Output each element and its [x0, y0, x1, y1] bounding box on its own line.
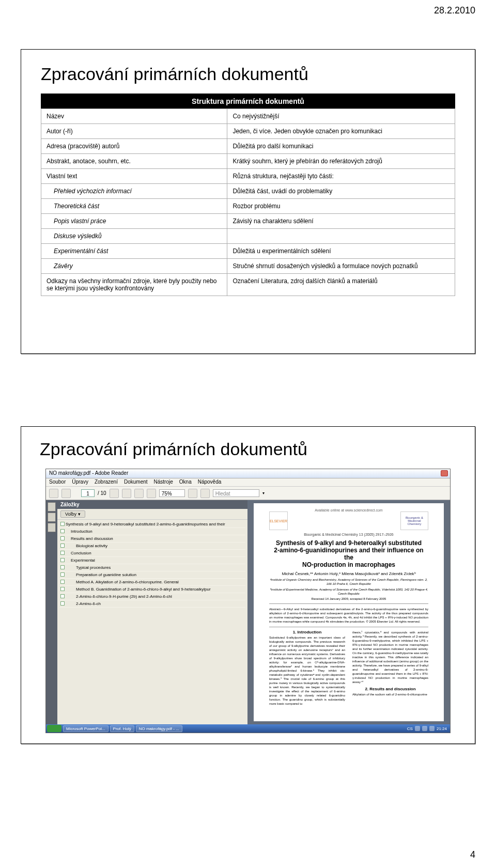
bookmark-item[interactable]: 2-Amino-6-ch [59, 600, 245, 608]
print-icon[interactable] [49, 489, 58, 498]
bookmark-item[interactable]: 2-Amino-6-chloro-9-H-purine (2b) and 2-A… [59, 593, 245, 600]
table-row-value: Důležitá část, uvádí do problematiky [227, 184, 455, 199]
search-input[interactable]: Hledat [213, 489, 259, 497]
clock[interactable]: 21:24 [437, 726, 447, 731]
menu-item[interactable]: Úpravy [72, 479, 88, 486]
table-header: Struktura primárních dokumentů [41, 94, 455, 109]
menu-item[interactable]: Dokument [124, 479, 148, 486]
slide-2: Zpracování primárních dokumentů NO makro… [21, 426, 475, 744]
window-title: NO makrofágy.pdf - Adobe Reader [49, 470, 128, 476]
menu-item[interactable]: Okna [179, 479, 192, 486]
system-tray: CS 21:24 [407, 726, 449, 731]
tray-icon[interactable] [415, 726, 420, 731]
pdf-reader-window: NO makrofágy.pdf - Adobe Reader SouborÚp… [45, 469, 451, 733]
lang-indicator[interactable]: CS [407, 726, 413, 731]
table-row-label: Název [41, 109, 227, 124]
bookmark-item[interactable]: Conclusion [59, 550, 245, 557]
table-row-label: Přehled výchozích informací [41, 184, 227, 199]
pdf-page: Available online at www.sciencedirect.co… [254, 503, 444, 721]
bookmark-item[interactable]: Experimental [59, 557, 245, 564]
reader-body: Záložky Volby ▾ Synthesis of 9-alkyl and… [46, 500, 450, 724]
panel-title: Záložky [57, 500, 247, 509]
next-page-icon[interactable] [122, 489, 131, 498]
table-row-value: Označení Literatura, zdroj dalších článk… [227, 274, 455, 296]
bookmark-item[interactable]: Results and discussion [59, 535, 245, 542]
start-button[interactable] [47, 725, 61, 732]
paper-affiliation-2: ᵇInstitute of Experimental Medicine, Aca… [269, 587, 428, 596]
table-row-value: Závislý na charakteru sdělení [227, 214, 455, 229]
journal-line: Bioorganic & Medicinal Chemistry 13 (200… [269, 533, 428, 536]
bookmark-item[interactable]: Synthesis of 9-alkyl and 9-heteroalkyl s… [59, 521, 245, 528]
zoom-select[interactable]: 75% [159, 489, 185, 497]
table-row-value: Rozbor problému [227, 199, 455, 214]
table-row-label: Theoretická část [41, 199, 227, 214]
zoom-in-icon[interactable] [147, 489, 156, 498]
structure-table: Struktura primárních dokumentů NázevCo n… [41, 94, 455, 296]
zoom-out-icon[interactable] [134, 489, 144, 498]
menu-item[interactable]: Nápověda [198, 479, 222, 486]
sidebar-tabs [46, 500, 57, 724]
page-number: 4 [470, 849, 475, 860]
bookmarks-tab-icon[interactable] [48, 513, 56, 522]
fit-width-icon[interactable] [188, 489, 197, 498]
attachments-tab-icon[interactable] [48, 523, 56, 532]
journal-cover: Bioorganic & Medicinal Chemistry [400, 512, 428, 530]
table-row-label: Závěry [41, 259, 227, 274]
table-row-value: Jeden, či více. Jeden obvykle označen pr… [227, 124, 455, 139]
bookmark-item[interactable]: Preparation of guanidine solution [59, 571, 245, 579]
slide2-title: Zpracování primárních dokumentů [40, 439, 456, 459]
table-row-value: Krátký souhrn, který je přebírán do refe… [227, 154, 455, 169]
slide-1: Zpracování primárních dokumentů Struktur… [21, 49, 475, 354]
menu-item[interactable]: Nástroje [154, 479, 173, 486]
table-row-value: Stručné shrnutí dosažených výsledků a fo… [227, 259, 455, 274]
table-row-value: Co nejvýstižnější [227, 109, 455, 124]
email-icon[interactable] [61, 489, 71, 498]
page-current-input[interactable]: 1 [81, 489, 95, 497]
paper-affiliation-1: ᵃInstitute of Organic Chemistry and Bioc… [269, 578, 428, 586]
windows-taskbar: Microsoft PowerPoi... Prof. Holý NO makr… [46, 724, 450, 733]
table-row-label: Diskuse výsledků [41, 229, 227, 244]
table-row-value: Důležitá u experimentálních sdělení [227, 244, 455, 259]
pages-tab-icon[interactable] [48, 502, 56, 512]
menu-item[interactable]: Zobrazení [95, 479, 118, 486]
paper-col-left: 1. Introduction Substituted 6-alkylpurin… [269, 630, 345, 706]
table-row-value [227, 229, 455, 244]
close-icon[interactable] [441, 470, 448, 476]
table-row-value: Důležitá pro další komunikaci [227, 139, 455, 154]
table-row-value: Různá struktura, nejčastěji tyto části: [227, 169, 455, 184]
slide1-title: Zpracování primárních dokumentů [41, 64, 455, 84]
table-row-label: Experimentální část [41, 244, 227, 259]
paper-received: Received 14 January 2005; accepted 8 Feb… [269, 597, 428, 600]
paper-title: Synthesis of 9-alkyl and 9-heteroalkyl s… [269, 539, 428, 568]
toolbar: 1 / 10 75% Hledat ▾ [46, 487, 450, 500]
bookmark-item[interactable]: Introduction [59, 528, 245, 535]
bookmarks-panel: Záložky Volby ▾ Synthesis of 9-alkyl and… [57, 500, 247, 724]
menu-bar: SouborÚpravyZobrazeníDokumentNástrojeOkn… [46, 478, 450, 487]
table-row-label: Popis vlastní práce [41, 214, 227, 229]
table-row-label: Adresa (pracoviště) autorů [41, 139, 227, 154]
table-row-label: Odkazy na všechny informační zdroje, kte… [41, 274, 227, 296]
table-row-label: Abstrakt, anotace, souhrn, etc. [41, 154, 227, 169]
bookmark-item[interactable]: Biological activity [59, 542, 245, 550]
tray-icon[interactable] [422, 726, 427, 731]
paper-col-right: thesis,⁷ cytostatics,⁸ and compounds wit… [352, 630, 428, 706]
menu-item[interactable]: Soubor [49, 479, 66, 486]
page-total: / 10 [98, 490, 106, 496]
table-row-label: Vlastní text [41, 169, 227, 184]
taskbar-item[interactable]: Microsoft PowerPoi... [63, 725, 109, 732]
prev-page-icon[interactable] [110, 489, 119, 498]
bookmark-item[interactable]: Typical procedures [59, 564, 245, 571]
bookmarks-outline: Synthesis of 9-alkyl and 9-heteroalkyl s… [57, 520, 247, 610]
taskbar-item[interactable]: NO makrofágy.pdf - ... [136, 725, 182, 732]
document-area[interactable]: Available online at www.sciencedirect.co… [247, 500, 450, 724]
bookmark-item[interactable]: Method B. Guanidination of 2-amino-6-chl… [59, 586, 245, 593]
taskbar-item[interactable]: Prof. Holý [110, 725, 134, 732]
tray-icon[interactable] [429, 726, 435, 731]
options-button[interactable]: Volby ▾ [60, 510, 85, 518]
paper-authors: Michal Česnek,ᵃ* Antonín Holý,ᵃ Milena M… [269, 571, 428, 576]
bookmark-item[interactable]: Method A. Alkylation of 2-amino-6-chloro… [59, 579, 245, 586]
fit-page-icon[interactable] [200, 489, 210, 498]
elsevier-logo: ELSEVIER [269, 512, 288, 530]
window-titlebar: NO makrofágy.pdf - Adobe Reader [46, 469, 450, 478]
paper-abstract: Abstract—9-Alkyl and 9-heteroalkyl subst… [269, 607, 428, 624]
